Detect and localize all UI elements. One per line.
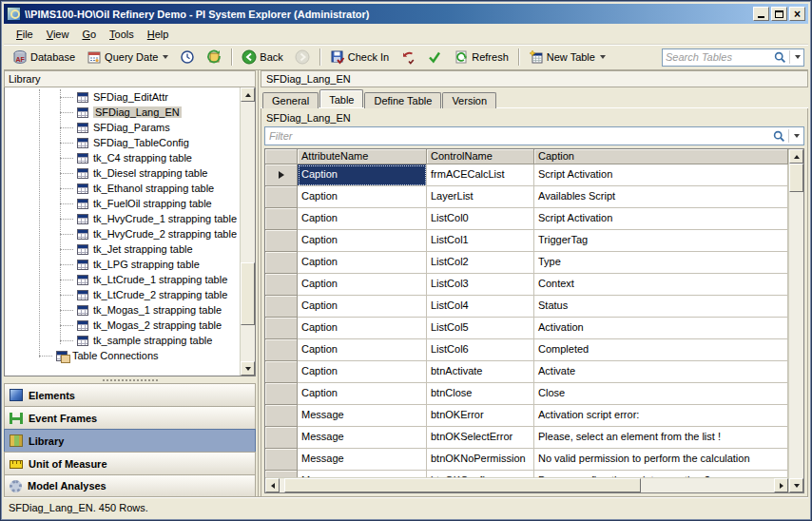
- table-row[interactable]: Message btnOKConfirm Do you confirm the …: [265, 471, 788, 477]
- cell-controlname[interactable]: ListCol2: [427, 252, 534, 274]
- scroll-thumb[interactable]: [241, 262, 255, 325]
- row-selector-cell[interactable]: [265, 252, 298, 274]
- sidebar-item-library[interactable]: Library: [4, 429, 256, 452]
- check-in-button[interactable]: Check In: [325, 47, 394, 68]
- maximize-button[interactable]: [771, 7, 787, 21]
- tree-item[interactable]: SFDiag_Lang_EN: [5, 105, 240, 120]
- minimize-button[interactable]: [753, 7, 769, 21]
- cell-caption[interactable]: Close: [534, 383, 788, 405]
- table-row[interactable]: Caption btnClose Close: [265, 383, 788, 405]
- cell-caption[interactable]: Activate: [534, 361, 788, 383]
- cell-controlname[interactable]: frmACECalcList: [427, 164, 534, 186]
- tree-item[interactable]: tk_HvyCrude_2 strapping table: [5, 226, 240, 241]
- row-selector-cell[interactable]: [265, 339, 298, 361]
- tree-item[interactable]: Table Connections: [5, 348, 240, 363]
- menu-item[interactable]: File: [10, 26, 40, 43]
- cell-attributename[interactable]: Caption: [298, 383, 427, 405]
- tree-item[interactable]: tk_FuelOil strapping table: [5, 196, 240, 211]
- tree-item[interactable]: tk_LPG strapping table: [5, 257, 240, 272]
- grid-vertical-scrollbar[interactable]: [788, 149, 803, 492]
- row-selector-cell[interactable]: [265, 318, 298, 339]
- cell-controlname[interactable]: btnOKConfirm: [427, 471, 534, 477]
- table-row[interactable]: Caption btnActivate Activate: [265, 361, 788, 383]
- tree-item[interactable]: tk_Ethanol strapping table: [5, 181, 240, 196]
- row-selector-cell[interactable]: [265, 296, 298, 318]
- column-header-controlname[interactable]: ControlName: [427, 149, 534, 164]
- sidebar-item-event-frames[interactable]: Event Frames: [4, 406, 256, 429]
- table-row[interactable]: Caption ListCol1 TriggerTag: [265, 230, 788, 252]
- scroll-track[interactable]: [241, 102, 255, 361]
- cell-caption[interactable]: No valid permission to perform the calcu…: [534, 449, 788, 471]
- cell-caption[interactable]: TriggerTag: [534, 230, 788, 252]
- tree-item[interactable]: tk_Mogas_1 strapping table: [5, 302, 240, 318]
- filter-search-icon[interactable]: [773, 130, 785, 143]
- cell-caption[interactable]: Script Activation: [534, 208, 788, 230]
- cell-caption[interactable]: Do you confirm the script execution ?: [534, 471, 788, 477]
- tab[interactable]: General: [262, 92, 319, 108]
- cell-caption[interactable]: Activation: [534, 318, 788, 339]
- cell-controlname[interactable]: btnOKError: [427, 405, 534, 427]
- tree-item[interactable]: SFDiag_TableConfig: [5, 135, 240, 150]
- cell-attributename[interactable]: Caption: [298, 186, 427, 208]
- search-dropdown-icon[interactable]: [795, 55, 801, 59]
- scroll-up-button[interactable]: [789, 149, 803, 164]
- cell-controlname[interactable]: btnClose: [427, 383, 534, 405]
- grid-horizontal-scrollbar[interactable]: [265, 477, 788, 492]
- sidebar-item-elements[interactable]: Elements: [4, 383, 256, 406]
- sidebar-item-unit-of-measure[interactable]: Unit of Measure: [4, 452, 256, 474]
- cell-caption[interactable]: Script Activation: [534, 164, 788, 186]
- cell-attributename[interactable]: Message: [298, 405, 427, 427]
- cell-attributename[interactable]: Caption: [298, 318, 427, 339]
- scroll-track[interactable]: [280, 478, 774, 492]
- tab[interactable]: Table: [319, 89, 363, 107]
- scroll-thumb[interactable]: [789, 164, 803, 192]
- panel-splitter[interactable]: [4, 376, 256, 383]
- scroll-right-button[interactable]: [774, 478, 788, 492]
- cell-caption[interactable]: Completed: [534, 339, 788, 361]
- row-selector-cell[interactable]: [265, 449, 298, 471]
- tree-item[interactable]: SFDiag_Params: [5, 120, 240, 135]
- cell-attributename[interactable]: Caption: [298, 296, 427, 318]
- cell-attributename[interactable]: Caption: [298, 361, 427, 383]
- menu-item[interactable]: Tools: [103, 26, 141, 43]
- tree-item[interactable]: tk_C4 strapping table: [5, 150, 240, 165]
- tab[interactable]: Define Table: [364, 92, 441, 108]
- database-button[interactable]: AF Database: [8, 47, 80, 68]
- cell-controlname[interactable]: LayerList: [427, 186, 534, 208]
- sidebar-item-model-analyses[interactable]: Model Analyses: [4, 474, 256, 497]
- cell-controlname[interactable]: btnOKSelectError: [427, 427, 534, 449]
- time-button[interactable]: [175, 47, 200, 68]
- table-row[interactable]: Caption ListCol2 Type: [265, 252, 788, 274]
- refresh-button[interactable]: Refresh: [449, 47, 513, 68]
- table-row[interactable]: Caption ListCol3 Context: [265, 274, 788, 296]
- row-selector-cell[interactable]: [265, 471, 298, 477]
- query-date-button[interactable]: Query Date: [82, 47, 173, 68]
- cell-attributename[interactable]: Message: [298, 471, 427, 477]
- cell-caption[interactable]: Activation script error:: [534, 405, 788, 427]
- cell-controlname[interactable]: ListCol3: [427, 274, 534, 296]
- filter-dropdown-icon[interactable]: [794, 134, 800, 138]
- search-icon[interactable]: [774, 51, 786, 64]
- time-context-button[interactable]: [202, 47, 226, 68]
- cell-controlname[interactable]: ListCol5: [427, 318, 534, 339]
- scroll-up-button[interactable]: [241, 87, 255, 102]
- cell-controlname[interactable]: ListCol4: [427, 296, 534, 318]
- column-header-attributename[interactable]: AttributeName: [298, 149, 427, 164]
- tree-item[interactable]: tk_Diesel strapping table: [5, 165, 240, 181]
- scroll-left-button[interactable]: [265, 478, 280, 492]
- scroll-down-button[interactable]: [241, 361, 255, 376]
- back-button[interactable]: Back: [237, 47, 287, 68]
- row-selector-cell[interactable]: [265, 405, 298, 427]
- tab[interactable]: Version: [442, 92, 496, 108]
- cell-caption[interactable]: Status: [534, 296, 788, 318]
- apply-button[interactable]: [422, 47, 447, 68]
- new-table-button[interactable]: New Table: [524, 47, 610, 68]
- table-row[interactable]: Message btnOKError Activation script err…: [265, 405, 788, 427]
- tree-item[interactable]: tk_LtCrude_2 strapping table: [5, 287, 240, 302]
- cell-attributename[interactable]: Message: [298, 427, 427, 449]
- forward-button[interactable]: [290, 47, 315, 68]
- cell-attributename[interactable]: Caption: [298, 274, 427, 296]
- close-button[interactable]: ×: [789, 7, 805, 21]
- table-row[interactable]: Caption frmACECalcList Script Activation: [265, 164, 788, 186]
- menu-item[interactable]: View: [40, 26, 76, 43]
